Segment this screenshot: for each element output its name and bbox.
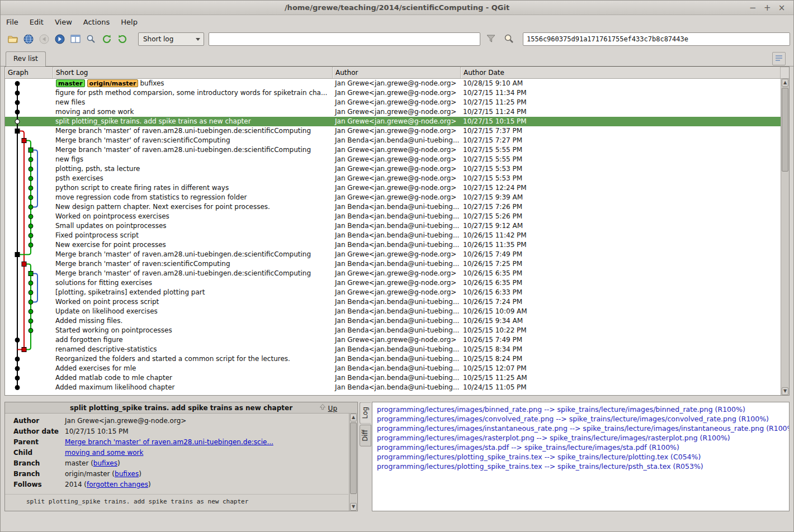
commit-row[interactable]: New design pattern chapter. Next exercis… [5, 202, 781, 212]
branch-link[interactable]: bufixes [115, 470, 139, 478]
details-scrollbar[interactable]: ▲ ▼ [349, 414, 357, 511]
vtab-diff[interactable]: Diff [360, 425, 371, 446]
commit-row[interactable]: New exercise for point processesJan Bend… [5, 240, 781, 250]
detail-value-suffix: ) [148, 481, 151, 488]
refresh-button[interactable] [99, 31, 115, 47]
file-rename-line[interactable]: programming/lectures/plotting_spike_trai… [372, 452, 789, 462]
commit-row[interactable]: Added matlab code to mle chapterJan Bend… [5, 373, 781, 383]
scroll-up-icon[interactable]: ▲ [350, 414, 357, 421]
reload-button[interactable] [115, 31, 130, 47]
scroll-up-icon[interactable]: ▲ [782, 79, 788, 87]
scrollbar-thumb[interactable] [350, 422, 357, 494]
commit-date: 10/27/15 11:34 PM [461, 88, 781, 98]
column-header-short-log[interactable]: Short Log [53, 67, 333, 78]
file-rename-line[interactable]: programming/lectures/images/binned_rate.… [372, 405, 789, 414]
commit-row[interactable]: renamed descriptive-statisticsJan Benda<… [5, 345, 781, 354]
scrollbar-thumb[interactable] [782, 88, 788, 172]
minimize-button[interactable]: − [746, 1, 759, 15]
file-rename-line[interactable]: programming/lectures/images/instantaneou… [372, 424, 789, 433]
commit-row[interactable]: add forgotten figureJan Grewe<jan.grewe@… [5, 335, 781, 345]
commit-row[interactable]: [plotting, spiketrains] extended plottin… [5, 288, 781, 297]
follows-link[interactable]: forgotten changes [87, 481, 148, 488]
graph-cell [5, 259, 53, 269]
log-view-select[interactable]: Short log [138, 32, 204, 46]
column-header-author[interactable]: Author [333, 67, 461, 78]
commit-row[interactable]: psth exercisesJan Grewe<jan.grewe@g-node… [5, 174, 781, 183]
commit-row[interactable]: python script to create firing rates in … [5, 183, 781, 193]
open-repository-button[interactable] [5, 31, 21, 47]
commit-author: Jan Grewe<jan.grewe@g-node.org> [333, 145, 461, 155]
commit-row[interactable]: Merge branch 'master' of raven.am28.uni-… [5, 269, 781, 278]
commit-row[interactable]: new figsJan Grewe<jan.grewe@g-node.org>1… [5, 155, 781, 164]
commit-row[interactable]: Merge branch 'master' of raven:scientifi… [5, 136, 781, 145]
detail-row-author: AuthorJan Grewe<jan.grewe@g-node.org> [5, 416, 357, 426]
graph-cell [5, 383, 53, 392]
toggle-view-button[interactable] [68, 31, 83, 47]
commit-row[interactable]: figure for psth method comparsion, some … [5, 88, 781, 98]
window-titlebar[interactable]: /home/grewe/teaching/2014/scientificComp… [1, 1, 793, 15]
close-button[interactable]: × [776, 1, 788, 15]
web-browse-button[interactable] [21, 31, 36, 47]
menu-edit[interactable]: Edit [24, 16, 49, 28]
graph-cell [5, 164, 53, 174]
scroll-down-icon[interactable]: ▼ [782, 387, 788, 395]
commit-row[interactable]: Merge branch 'master' of raven.am28.uni-… [5, 250, 781, 259]
lens-button[interactable] [83, 31, 99, 47]
menu-file[interactable]: File [1, 16, 24, 28]
sha-input[interactable] [523, 32, 790, 46]
commit-row[interactable]: Merge branch 'master' of raven:scientifi… [5, 259, 781, 269]
commit-row[interactable]: moving and some workJan Grewe<jan.grewe@… [5, 107, 781, 117]
commit-row[interactable]: Worked on pointprocess exercisesJan Bend… [5, 212, 781, 221]
column-header-graph[interactable]: Graph [5, 67, 53, 78]
commit-row[interactable]: Update on likelihood exercisesJan Benda<… [5, 307, 781, 316]
vtab-log[interactable]: Log [360, 402, 371, 424]
commit-row[interactable]: Added exercises for mleJan Benda<jan.ben… [5, 364, 781, 373]
commit-row[interactable]: Merge branch 'master' of raven.am28.uni-… [5, 126, 781, 136]
commit-author: Jan Grewe<jan.grewe@g-node.org> [333, 193, 461, 202]
menu-help[interactable]: Help [115, 16, 143, 28]
commit-row[interactable]: Fixed pointprocess scriptJan Benda<jan.b… [5, 231, 781, 240]
scroll-down-icon[interactable]: ▼ [350, 503, 357, 511]
older-revisions-button[interactable] [36, 31, 52, 47]
highlight-search-button[interactable] [502, 32, 516, 46]
newer-revisions-button[interactable] [52, 31, 68, 47]
up-button[interactable]: Up [319, 403, 337, 414]
commit-date: 10/26/15 6:33 PM [461, 288, 781, 297]
file-rename-line[interactable]: programming/lectures/images/rasterplot.p… [372, 433, 789, 443]
graph-cell [5, 174, 53, 183]
child-link[interactable]: moving and some work [65, 449, 143, 457]
menu-view[interactable]: View [49, 16, 78, 28]
commit-row[interactable]: split plotting_spike trains. add spike t… [5, 117, 781, 126]
commit-row[interactable]: Added maximum likelihood chapterJan Bend… [5, 383, 781, 392]
list-options-button[interactable] [772, 52, 786, 65]
commit-row[interactable]: Started working on pointprocessesJan Ben… [5, 326, 781, 335]
tab-rev-list[interactable]: Rev list [6, 51, 46, 66]
file-rename-line[interactable]: programming/lectures/images/convolved_ra… [372, 414, 789, 424]
graph-cell [5, 107, 53, 117]
up-button-label[interactable]: Up [328, 403, 337, 414]
rev-list-scrollbar[interactable]: ▲ ▼ [781, 79, 789, 395]
commit-row[interactable]: masterorigin/masterbufixesJan Grewe<jan.… [5, 79, 781, 88]
menu-actions[interactable]: Actions [78, 16, 116, 28]
commit-author: Jan Benda<jan.benda@uni-tuebing... [333, 221, 461, 231]
commit-author: Jan Grewe<jan.grewe@g-node.org> [333, 117, 461, 126]
commit-row[interactable]: plotting, psth, sta lectureJan Grewe<jan… [5, 164, 781, 174]
maximize-button[interactable]: + [761, 1, 773, 15]
commit-author: Jan Benda<jan.benda@uni-tuebing... [333, 202, 461, 212]
filter-toggle-button[interactable] [484, 32, 498, 46]
commit-row[interactable]: move regression code from statistics to … [5, 193, 781, 202]
file-rename-line[interactable]: programming/lectures/images/sta.pdf --> … [372, 443, 789, 452]
column-header-author-date[interactable]: Author Date [461, 67, 781, 78]
commit-date: 10/25/15 10:22 PM [461, 326, 781, 335]
commit-row[interactable]: new filesJan Grewe<jan.grewe@g-node.org>… [5, 98, 781, 107]
commit-row[interactable]: Small updates on pointprocessesJan Benda… [5, 221, 781, 231]
filter-input[interactable] [209, 32, 480, 46]
file-rename-line[interactable]: programming/lectures/plotting_spike_trai… [372, 462, 789, 471]
parent-link[interactable]: Merge branch 'master' of raven.am28.uni-… [65, 438, 273, 446]
commit-row[interactable]: Worked on point process scriptJan Benda<… [5, 297, 781, 307]
commit-row[interactable]: Merge branch 'master' of raven.am28.uni-… [5, 145, 781, 155]
commit-row[interactable]: Reorganized the folders and started a co… [5, 354, 781, 364]
commit-row[interactable]: Added missing files.Jan Benda<jan.benda@… [5, 316, 781, 326]
branch-link[interactable]: bufixes [93, 459, 117, 467]
commit-row[interactable]: solutions for fitting exercisesJan Grewe… [5, 278, 781, 288]
